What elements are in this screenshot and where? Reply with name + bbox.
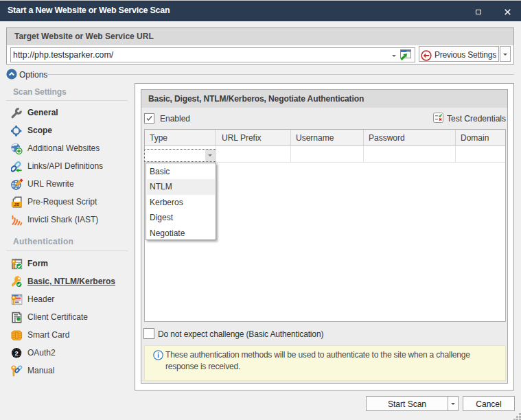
svg-text:JS: JS [14, 202, 19, 207]
svg-text:2: 2 [14, 349, 18, 357]
